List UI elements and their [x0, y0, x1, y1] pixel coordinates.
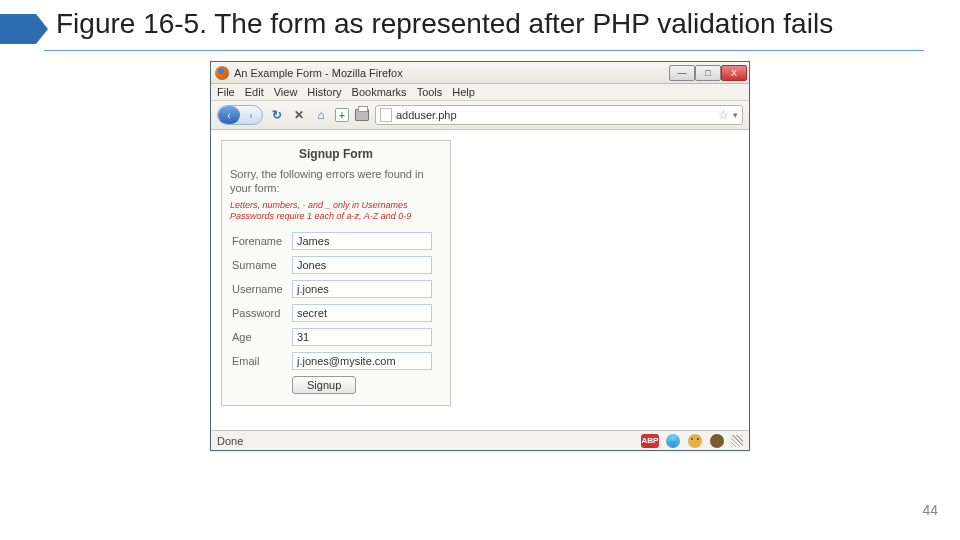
bookmark-star-icon[interactable]: ☆	[718, 108, 729, 122]
label-forename: Forename	[230, 229, 290, 253]
menu-bar: File Edit View History Bookmarks Tools H…	[211, 84, 749, 101]
close-button[interactable]: X	[721, 65, 747, 81]
address-text[interactable]: adduser.php	[396, 109, 714, 121]
error-line-1: Letters, numbers, - and _ only in Userna…	[230, 200, 408, 210]
address-bar[interactable]: adduser.php ☆ ▾	[375, 105, 743, 125]
slide-divider	[44, 50, 924, 51]
resize-grip-icon[interactable]	[731, 435, 743, 447]
status-text: Done	[217, 435, 635, 447]
firefox-icon	[215, 66, 229, 80]
username-field[interactable]	[292, 280, 432, 298]
form-title: Signup Form	[230, 145, 442, 167]
reload-icon[interactable]: ↻	[269, 107, 285, 123]
browser-window: An Example Form - Mozilla Firefox — □ X …	[210, 61, 750, 451]
error-line-2: Passwords require 1 each of a-z, A-Z and…	[230, 211, 411, 221]
menu-edit[interactable]: Edit	[245, 86, 264, 98]
form-error-messages: Letters, numbers, - and _ only in Userna…	[230, 200, 442, 223]
new-tab-icon[interactable]: +	[335, 108, 349, 122]
browser-content: Signup Form Sorry, the following errors …	[211, 130, 749, 430]
menu-bookmarks[interactable]: Bookmarks	[352, 86, 407, 98]
page-icon	[380, 108, 392, 122]
browser-titlebar: An Example Form - Mozilla Firefox — □ X	[211, 62, 749, 84]
menu-view[interactable]: View	[274, 86, 298, 98]
signup-form: Signup Form Sorry, the following errors …	[221, 140, 451, 406]
age-field[interactable]	[292, 328, 432, 346]
print-icon[interactable]	[355, 109, 369, 121]
window-title: An Example Form - Mozilla Firefox	[234, 67, 669, 79]
label-username: Username	[230, 277, 290, 301]
label-age: Age	[230, 325, 290, 349]
slide-arrow-icon	[0, 14, 36, 44]
menu-file[interactable]: File	[217, 86, 235, 98]
adblock-icon[interactable]: ABP	[641, 434, 659, 448]
extension-gear-icon[interactable]	[665, 433, 681, 449]
slide-title: Figure 16-5. The form as represented aft…	[56, 8, 833, 40]
address-dropdown-icon[interactable]: ▾	[733, 110, 738, 120]
form-error-intro: Sorry, the following errors were found i…	[230, 167, 442, 196]
menu-tools[interactable]: Tools	[417, 86, 443, 98]
forward-button[interactable]: ›	[240, 106, 262, 124]
back-button[interactable]: ‹	[218, 106, 240, 124]
label-email: Email	[230, 349, 290, 373]
label-password: Password	[230, 301, 290, 325]
maximize-button[interactable]: □	[695, 65, 721, 81]
stop-icon[interactable]: ✕	[291, 107, 307, 123]
label-surname: Surname	[230, 253, 290, 277]
forename-field[interactable]	[292, 232, 432, 250]
email-field[interactable]	[292, 352, 432, 370]
surname-field[interactable]	[292, 256, 432, 274]
minimize-button[interactable]: —	[669, 65, 695, 81]
greasemonkey-icon[interactable]	[709, 433, 725, 449]
signup-button[interactable]: Signup	[292, 376, 356, 394]
password-field[interactable]	[292, 304, 432, 322]
menu-help[interactable]: Help	[452, 86, 475, 98]
status-bar: Done ABP	[211, 430, 749, 450]
extension-face-icon[interactable]	[687, 433, 703, 449]
toolbar: ‹ › ↻ ✕ ⌂ + adduser.php ☆ ▾	[211, 101, 749, 130]
home-icon[interactable]: ⌂	[313, 107, 329, 123]
page-number: 44	[922, 502, 938, 518]
menu-history[interactable]: History	[307, 86, 341, 98]
